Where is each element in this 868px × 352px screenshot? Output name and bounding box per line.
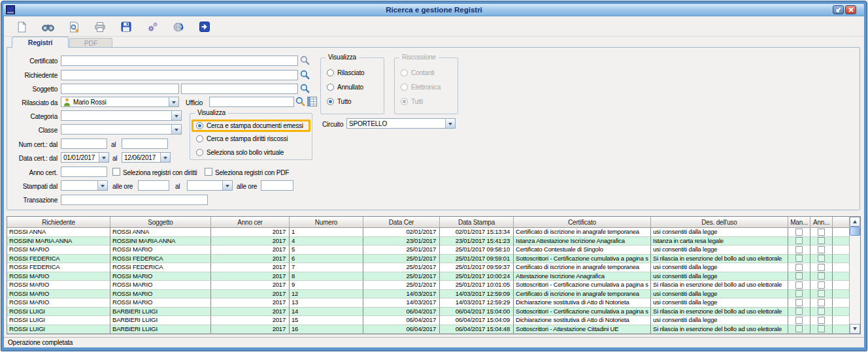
transazione-input[interactable]: [61, 195, 208, 205]
ann-checkbox[interactable]: [818, 264, 825, 271]
seleziona-diritti-checkbox[interactable]: [112, 168, 120, 176]
data-cert-dal-select[interactable]: 01/01/2017: [61, 152, 109, 163]
column-header[interactable]: Certificato: [514, 217, 651, 228]
column-header[interactable]: Ann...: [810, 217, 833, 228]
ann-checkbox[interactable]: [818, 308, 825, 315]
man-checkbox[interactable]: [795, 229, 803, 236]
ann-checkbox[interactable]: [818, 229, 825, 236]
rilasciato-da-select[interactable]: Mario Rossi: [61, 97, 179, 107]
table-row[interactable]: ROSSI LUIGIBARBIERI LUIGI20171406/04/201…: [7, 308, 849, 317]
soggetto-input-1[interactable]: [61, 84, 179, 94]
table-row[interactable]: ROSSI LUIGIBARBIERI LUIGI20171606/04/201…: [7, 325, 849, 334]
data-cert-al-select[interactable]: 12/06/2017: [122, 152, 171, 163]
man-checkbox[interactable]: [795, 299, 803, 306]
classe-dropdown-arrow[interactable]: [171, 125, 181, 134]
richiedente-input[interactable]: [61, 70, 298, 80]
data-cert-al-arrow[interactable]: [160, 153, 170, 162]
ann-checkbox[interactable]: [818, 246, 825, 253]
radio-button[interactable]: [327, 69, 334, 76]
radio-visualizza2-1[interactable]: Cerca e stampa documenti emessi: [190, 119, 312, 133]
ann-checkbox[interactable]: [818, 237, 825, 244]
ann-checkbox[interactable]: [818, 255, 825, 262]
ufficio-list-icon[interactable]: [307, 96, 318, 107]
radio-button[interactable]: [196, 149, 203, 156]
print-preview-button[interactable]: [66, 19, 82, 35]
richiedente-search-icon[interactable]: [299, 69, 310, 80]
settings-gears-button[interactable]: [144, 19, 160, 35]
man-checkbox[interactable]: [795, 317, 803, 324]
radio-visualizza-1[interactable]: Rilasciato: [321, 65, 384, 80]
man-checkbox[interactable]: [795, 272, 803, 280]
certificato-input[interactable]: [61, 56, 298, 66]
categoria-dropdown-arrow[interactable]: [171, 111, 181, 120]
table-row[interactable]: ROSSI FEDERICAROSSI FEDERICA2017725/01/2…: [7, 263, 849, 272]
column-header[interactable]: Richiedente: [7, 217, 110, 228]
column-header[interactable]: Data Cer: [363, 217, 440, 228]
new-document-button[interactable]: [14, 19, 29, 35]
stampati-ore-al-input[interactable]: [261, 180, 293, 191]
radio-button[interactable]: [327, 84, 334, 91]
rilasciato-da-dropdown-arrow[interactable]: [169, 97, 178, 106]
man-checkbox[interactable]: [795, 308, 803, 315]
radio-visualizza-2[interactable]: Annullato: [321, 80, 384, 94]
vertical-scrollbar[interactable]: [849, 217, 860, 334]
ann-checkbox[interactable]: [818, 272, 825, 280]
tab-pdf[interactable]: PDF: [69, 38, 112, 48]
tab-registri[interactable]: Registri: [12, 37, 69, 48]
ufficio-input[interactable]: [209, 97, 294, 107]
ann-checkbox[interactable]: [818, 290, 825, 297]
column-header[interactable]: Anno cer: [211, 217, 290, 228]
man-checkbox[interactable]: [795, 264, 803, 271]
num-cert-dal-input[interactable]: [61, 138, 107, 149]
soggetto-input-2[interactable]: [181, 84, 298, 94]
table-row[interactable]: ROSSI MARIOROSSI MARIO20171314/03/201714…: [7, 298, 849, 308]
column-header[interactable]: Man...: [788, 217, 810, 228]
radio-button[interactable]: [196, 135, 203, 142]
num-cert-al-input[interactable]: [122, 138, 168, 149]
data-cert-dal-arrow[interactable]: [99, 153, 108, 162]
search-binoculars-button[interactable]: [40, 19, 56, 35]
radio-visualizza2-3[interactable]: Seleziona solo bollo virtuale: [190, 146, 312, 159]
man-checkbox[interactable]: [795, 281, 803, 289]
seleziona-pdf-checkbox[interactable]: [205, 168, 212, 176]
print-button[interactable]: [92, 19, 108, 35]
anno-cert-input[interactable]: [61, 167, 107, 177]
categoria-select[interactable]: [61, 110, 182, 121]
radio-button[interactable]: [327, 98, 334, 105]
man-checkbox[interactable]: [795, 325, 803, 332]
radio-visualizza2-2[interactable]: Cerca e stampa diritti riscossi: [190, 133, 312, 146]
save-button[interactable]: [118, 19, 134, 35]
table-row[interactable]: ROSSINI MARIA ANNAROSSINI MARIA ANNA2017…: [7, 237, 849, 246]
certificato-search-icon[interactable]: [299, 55, 310, 66]
classe-select[interactable]: [61, 124, 182, 135]
close-button[interactable]: [845, 5, 856, 14]
web-transfer-button[interactable]: [171, 19, 186, 35]
ann-checkbox[interactable]: [818, 317, 825, 324]
table-row[interactable]: ROSSI FEDERICAROSSI FEDERICA2017625/01/2…: [7, 255, 849, 264]
table-row[interactable]: ROSSI MARIOROSSI MARIO2017525/01/201725/…: [7, 246, 849, 255]
stampati-dal-arrow[interactable]: [97, 181, 107, 190]
scroll-up-button[interactable]: [850, 217, 860, 227]
ann-checkbox[interactable]: [818, 325, 825, 332]
column-header[interactable]: Soggetto: [110, 217, 211, 228]
table-row[interactable]: ROSSI MARIOROSSI MARIO2017925/01/201725/…: [7, 281, 849, 290]
stampati-dal-select[interactable]: [61, 180, 108, 191]
man-checkbox[interactable]: [795, 246, 803, 253]
soggetto-search-icon[interactable]: [299, 83, 310, 94]
stampati-al-arrow[interactable]: [222, 181, 232, 190]
stampati-ore-dal-input[interactable]: [138, 180, 169, 191]
column-header[interactable]: Numero: [290, 217, 363, 228]
stampati-al-select[interactable]: [187, 180, 233, 191]
table-row[interactable]: ROSSI MARIOROSSI MARIO20171214/03/201714…: [7, 290, 849, 299]
table-row[interactable]: ROSSI LUIGIBARBIERI LUIGI20171506/04/201…: [7, 316, 849, 325]
circuito-dropdown-arrow[interactable]: [445, 119, 455, 128]
ann-checkbox[interactable]: [818, 299, 825, 306]
scroll-down-button[interactable]: [850, 324, 860, 334]
restore-button[interactable]: [833, 5, 844, 14]
man-checkbox[interactable]: [795, 290, 803, 297]
ann-checkbox[interactable]: [818, 281, 825, 289]
exit-button[interactable]: [197, 19, 212, 35]
radio-visualizza-3[interactable]: Tutto: [321, 94, 384, 108]
radio-button[interactable]: [196, 122, 203, 129]
column-header[interactable]: Des. dell'uso: [651, 217, 788, 228]
